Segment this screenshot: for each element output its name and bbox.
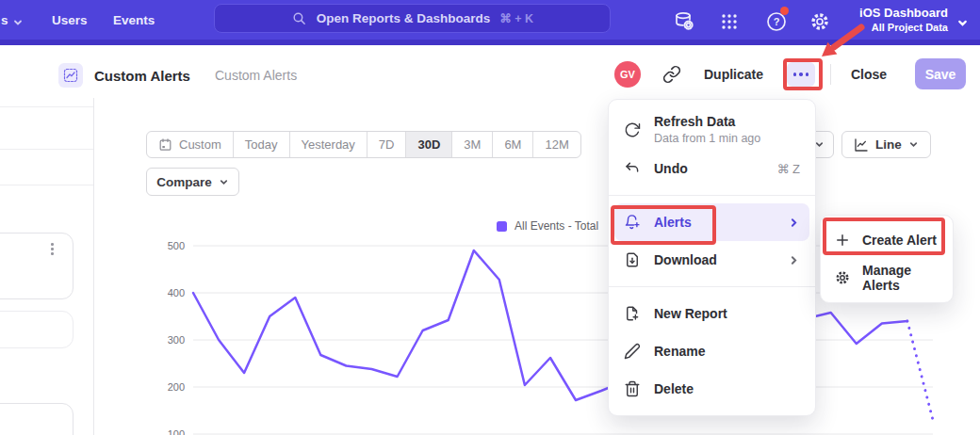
alerts-submenu: Create Alert Manage Alerts (820, 215, 954, 303)
menu-item-refresh-data[interactable]: Refresh Data Data from 1 min ago (614, 107, 809, 150)
menu-item-undo[interactable]: Undo ⌘ Z (614, 150, 809, 187)
chevron-down-icon (12, 17, 24, 28)
undo-shortcut: ⌘ Z (776, 162, 800, 176)
sidebar-row-divider (0, 185, 93, 185)
chart-type-button[interactable]: Line (841, 131, 931, 158)
range-3m[interactable]: 3M (451, 132, 492, 157)
breadcrumb: Custom Alerts (215, 68, 297, 83)
trash-icon (624, 380, 641, 397)
compare-label: Compare (156, 175, 212, 189)
menu-item-label: Alerts (654, 215, 692, 230)
compare-button[interactable]: Compare (146, 168, 239, 196)
app-root: s Users Events Open Reports & Dashboards… (0, 0, 980, 435)
refresh-icon (624, 121, 641, 138)
menu-item-alerts[interactable]: Alerts (614, 203, 809, 241)
header-divider (830, 64, 831, 85)
menu-item-subtext: Data from 1 min ago (654, 132, 760, 145)
search-shortcut: ⌘ + K (499, 11, 533, 25)
calendar-icon (158, 137, 172, 152)
project-name: iOS Dashboard (859, 6, 948, 20)
duplicate-button[interactable]: Duplicate (704, 67, 763, 82)
pencil-icon (624, 343, 641, 360)
chevron-down-icon (908, 139, 919, 150)
menu-divider (609, 195, 815, 196)
undo-icon (624, 160, 641, 177)
notification-dot (780, 7, 789, 15)
submenu-item-label: Manage Alerts (862, 263, 939, 293)
download-icon (624, 251, 641, 268)
top-nav: s Users Events Open Reports & Dashboards… (0, 0, 980, 45)
chevron-down-icon (956, 17, 969, 29)
svg-text:200: 200 (168, 381, 185, 393)
range-6m[interactable]: 6M (492, 132, 532, 157)
line-chart-icon (854, 137, 869, 153)
svg-text:500: 500 (168, 240, 185, 251)
range-custom[interactable]: Custom (147, 132, 233, 157)
chevron-right-icon (788, 217, 800, 229)
menu-item-rename[interactable]: Rename (614, 332, 809, 370)
search-placeholder: Open Reports & Dashboards (317, 11, 491, 25)
menu-item-label: New Report (654, 306, 727, 321)
report-header: Custom Alerts Custom Alerts GV Duplicate… (0, 45, 980, 98)
chart-type-label: Line (875, 137, 902, 152)
nav-item-events[interactable]: Events (113, 13, 155, 27)
report-chart-icon (58, 63, 83, 88)
gear-icon (834, 269, 851, 286)
chevron-down-icon (219, 177, 229, 187)
svg-text:100: 100 (168, 428, 185, 435)
menu-item-download[interactable]: Download (614, 241, 809, 279)
sidebar-row-divider (0, 106, 93, 107)
menu-item-label: Refresh Data (654, 114, 760, 129)
settings-gear-icon[interactable] (808, 10, 833, 35)
range-30d-selected[interactable]: 30D (405, 132, 451, 157)
search-icon (291, 10, 307, 26)
chevron-right-icon (788, 254, 800, 266)
menu-item-new-report[interactable]: New Report (614, 295, 809, 332)
date-range-control: Custom Today Yesterday 7D 30D 3M 6M 12M (146, 131, 581, 158)
search-input[interactable]: Open Reports & Dashboards ⌘ + K (214, 4, 611, 33)
project-selector[interactable]: iOS Dashboard All Project Data (859, 6, 948, 33)
menu-divider (609, 286, 815, 287)
copy-link-icon[interactable] (662, 65, 681, 84)
nav-item-partial[interactable]: s (1, 13, 8, 27)
apps-grid-icon[interactable] (718, 10, 743, 35)
sidebar-row-divider (0, 149, 93, 150)
range-yesterday[interactable]: Yesterday (289, 132, 367, 157)
avatar[interactable]: GV (614, 61, 641, 88)
project-scope: All Project Data (859, 22, 948, 33)
range-7d[interactable]: 7D (367, 132, 406, 157)
alert-bell-plus-icon (624, 214, 641, 231)
submenu-item-manage-alerts[interactable]: Manage Alerts (825, 259, 948, 297)
more-options-button[interactable] (787, 62, 815, 87)
close-button[interactable]: Close (851, 67, 887, 82)
svg-text:400: 400 (168, 287, 185, 298)
range-today[interactable]: Today (233, 132, 289, 157)
new-report-icon (624, 305, 641, 322)
svg-text:300: 300 (168, 334, 185, 346)
menu-item-label: Download (654, 252, 717, 267)
more-options-menu: Refresh Data Data from 1 min ago Undo ⌘ … (608, 99, 816, 416)
nav-item-users[interactable]: Users (52, 13, 88, 27)
plus-icon (834, 232, 851, 249)
range-12m[interactable]: 12M (532, 132, 580, 157)
menu-item-delete[interactable]: Delete (614, 370, 809, 408)
menu-item-label: Delete (654, 381, 694, 396)
menu-item-label: Rename (654, 344, 705, 359)
submenu-item-create-alert[interactable]: Create Alert (825, 221, 948, 259)
menu-item-label: Undo (654, 161, 688, 176)
submenu-item-label: Create Alert (862, 233, 937, 248)
data-management-icon[interactable] (673, 10, 697, 35)
range-label: Custom (179, 137, 221, 152)
page-title: Custom Alerts (94, 68, 190, 84)
save-button[interactable]: Save (915, 58, 966, 89)
svg-text:?: ? (774, 16, 780, 27)
